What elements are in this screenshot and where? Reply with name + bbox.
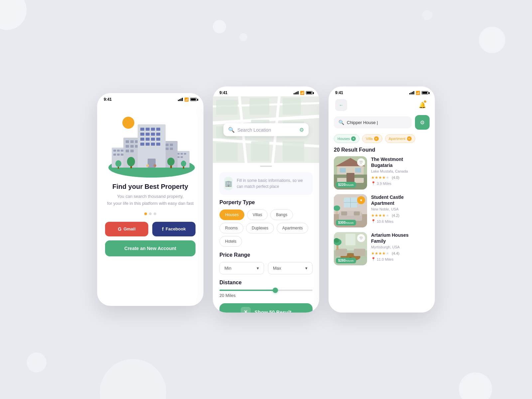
tag-houses[interactable]: Houses ✕ — [334, 134, 359, 143]
drag-handle — [213, 163, 319, 168]
heart-button-3[interactable]: ♡ — [357, 234, 365, 242]
svg-point-52 — [167, 158, 175, 166]
info-text: Fill in some basic informations, so we c… — [237, 178, 308, 190]
stars-2: ★★★★ — [371, 213, 386, 218]
show-result-label: Show 50 Result — [255, 309, 292, 313]
svg-rect-4 — [121, 150, 123, 152]
svg-rect-39 — [140, 138, 144, 141]
svg-rect-44 — [146, 143, 150, 146]
svg-point-50 — [127, 157, 135, 166]
distance-text-3: 11.0 Miles — [377, 257, 393, 261]
distance-info-3: 📍 11.0 Miles — [371, 257, 430, 261]
svg-rect-29 — [170, 148, 173, 150]
svg-rect-34 — [156, 128, 160, 131]
svg-rect-7 — [121, 154, 123, 156]
svg-point-54 — [115, 160, 121, 167]
map-search-container: 🔍 Search Location ⚙ — [218, 123, 314, 136]
create-account-button[interactable]: Create an New Account — [105, 240, 196, 256]
price-badge-3: $280/Month — [336, 258, 356, 263]
distance-slider[interactable] — [219, 290, 313, 291]
dot-3 — [154, 212, 156, 215]
svg-point-57 — [146, 164, 149, 167]
svg-rect-13 — [181, 156, 183, 158]
property-card-3[interactable]: $280/Month ♡ Artarium HousesFamily Myrti… — [334, 232, 430, 265]
property-card-2[interactable]: $300/Month ♥ Student CastleApartment New… — [334, 194, 430, 227]
notification-button[interactable]: 🔔 — [416, 99, 428, 111]
location-pin-icon-3: 📍 — [371, 257, 376, 261]
price-max-select[interactable]: Max ▾ — [268, 262, 313, 274]
svg-rect-46 — [156, 143, 160, 146]
filter-button-3[interactable]: ⚙ — [415, 115, 430, 130]
heart-button-2[interactable]: ♥ — [357, 196, 365, 204]
property-card-1[interactable]: $220/Month ♡ The WestmontBugataria Lake … — [334, 156, 430, 190]
search-bar-2[interactable]: 🔍 Search Location ⚙ — [223, 123, 309, 136]
heart-button-1[interactable]: ♡ — [357, 158, 365, 166]
search-bar-3-container: 🔍 Chipper House | ⚙ — [334, 115, 430, 130]
property-info-2: Student CastleApartment New Noble, USA ★… — [371, 194, 430, 223]
result-count: 20 Result Found — [329, 147, 435, 156]
prop-btn-duplexes[interactable]: Duplexes — [246, 223, 274, 233]
svg-rect-41 — [151, 138, 155, 141]
chevron-down-min-icon: ▾ — [257, 266, 259, 271]
close-icon[interactable]: ✕ — [241, 307, 251, 313]
tag-villa-label: Villa — [366, 137, 373, 141]
svg-point-48 — [122, 117, 134, 129]
slider-thumb[interactable] — [273, 288, 278, 293]
prop-btn-apartments[interactable]: Apartments — [277, 223, 308, 233]
prop-btn-bangs[interactable]: Bangs — [270, 209, 293, 220]
facebook-icon: f — [162, 226, 164, 232]
property-types: Houses Villas Bangs Rooms Duplexes Apart… — [219, 209, 313, 247]
pagination-dots — [144, 212, 156, 215]
price-badge-1: $220/Month — [336, 182, 356, 188]
facebook-button[interactable]: f Facebook — [152, 222, 196, 236]
svg-rect-18 — [126, 145, 129, 148]
tag-houses-remove[interactable]: ✕ — [351, 136, 356, 141]
search-input-3[interactable]: 🔍 Chipper House | — [334, 116, 412, 128]
filter-tags: Houses ✕ Villa ✕ Apartment ✕ — [329, 134, 435, 143]
svg-rect-73 — [283, 141, 304, 161]
prop-btn-villas[interactable]: Villas — [247, 209, 268, 220]
gmail-label: Gmail — [123, 226, 135, 231]
distance-title: Distance — [219, 280, 313, 286]
signal-3 — [409, 91, 414, 94]
tag-apartment[interactable]: Apartment ✕ — [385, 134, 415, 143]
wifi-3: 📶 — [416, 91, 420, 95]
status-icons-3: 📶 — [409, 91, 428, 95]
price-min-select[interactable]: Min ▾ — [219, 262, 264, 274]
back-button-3[interactable]: ← — [335, 99, 347, 111]
svg-rect-16 — [130, 140, 134, 143]
svg-rect-92 — [354, 211, 360, 215]
tag-apartment-remove[interactable]: ✕ — [407, 136, 412, 141]
svg-rect-72 — [251, 141, 269, 161]
tag-villa[interactable]: Villa ✕ — [362, 134, 382, 143]
time-2: 9:41 — [219, 90, 227, 95]
show-result-button[interactable]: ✕ Show 50 Result — [219, 303, 313, 313]
gmail-button[interactable]: G Gmail — [105, 222, 148, 236]
search-value-3[interactable]: Chipper House | — [347, 120, 378, 125]
prop-btn-rooms[interactable]: Rooms — [219, 223, 243, 233]
rating-text-3: (4.4) — [392, 251, 399, 255]
time-1: 9:41 — [104, 97, 112, 102]
search-placeholder-2[interactable]: Search Location — [237, 127, 297, 132]
svg-rect-31 — [140, 128, 144, 131]
dot-1 — [144, 212, 147, 215]
svg-rect-83 — [355, 168, 361, 173]
svg-point-56 — [181, 161, 186, 167]
phone2-body: 🏢 Fill in some basic informations, so we… — [213, 168, 319, 313]
prop-btn-hotels[interactable]: Hotels — [219, 236, 242, 247]
svg-rect-15 — [126, 140, 129, 143]
tag-villa-remove[interactable]: ✕ — [374, 136, 379, 141]
filter-icon-2[interactable]: ⚙ — [299, 127, 304, 133]
svg-rect-6 — [117, 154, 120, 156]
property-img-3: $280/Month ♡ — [334, 232, 367, 265]
map-background: 🔍 Search Location ⚙ — [213, 96, 319, 163]
prop-btn-houses[interactable]: Houses — [219, 209, 244, 220]
stars-1: ★★★★ — [371, 175, 386, 180]
property-name-2: Student CastleApartment — [371, 194, 430, 206]
svg-rect-43 — [140, 143, 144, 146]
info-building-icon: 🏢 — [224, 177, 233, 190]
distance-info-1: 📍 3.9 Miles — [371, 181, 430, 186]
status-bar-1: 9:41 📶 — [97, 93, 203, 103]
property-location-2: New Noble, USA — [371, 207, 430, 211]
svg-rect-67 — [283, 98, 301, 115]
